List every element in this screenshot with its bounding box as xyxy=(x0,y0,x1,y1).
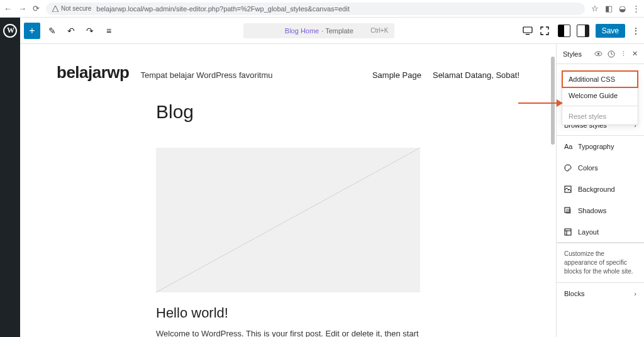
edit-tool-icon[interactable]: ✎ xyxy=(45,26,59,36)
annotation-arrow xyxy=(518,102,562,104)
close-sidebar-icon[interactable]: ✕ xyxy=(632,50,638,58)
post-excerpt[interactable]: Welcome to WordPress. This is your first… xyxy=(156,329,420,337)
dropdown-divider xyxy=(562,106,638,106)
site-tagline[interactable]: Tempat belajar WordPress favoritmu xyxy=(140,70,272,80)
editor-canvas[interactable]: belajarwp Tempat belajar WordPress favor… xyxy=(20,44,556,337)
settings-panel-icon[interactable] xyxy=(577,25,589,37)
sidebar-header: Styles ⋮ ✕ xyxy=(557,44,644,64)
profile-icon[interactable]: ◒ xyxy=(619,4,626,13)
styles-more-dropdown: Additional CSS Welcome Guide Reset style… xyxy=(562,70,638,125)
editor-topbar: + ✎ ↶ ↷ ≡ Blog Home · Template Ctrl+K Sa… xyxy=(20,18,644,44)
desktop-view-icon[interactable] xyxy=(523,26,534,35)
eye-icon[interactable] xyxy=(594,50,602,58)
back-icon[interactable]: ← xyxy=(4,4,12,13)
menu-welcome-guide[interactable]: Welcome Guide xyxy=(562,87,638,104)
sidebar-note: Customize the appearance of specific blo… xyxy=(557,243,644,283)
not-secure-icon: Not secure xyxy=(52,5,91,12)
menu-reset-styles[interactable]: Reset styles xyxy=(562,108,638,124)
svg-rect-1 xyxy=(523,27,532,33)
chrome-right-icons: ◧ ◒ ⋮ xyxy=(605,4,640,13)
svg-rect-2 xyxy=(526,34,530,35)
colors-label: Colors xyxy=(578,164,598,172)
typography-row[interactable]: Aa Typography xyxy=(557,136,644,157)
add-block-button[interactable]: + xyxy=(24,23,40,39)
featured-image-placeholder[interactable] xyxy=(156,148,420,292)
svg-rect-9 xyxy=(565,229,571,235)
browser-address-bar: ← → ⟳ Not secure ☆ ◧ ◒ ⋮ xyxy=(0,0,644,18)
redo-icon[interactable]: ↷ xyxy=(83,26,97,36)
list-view-icon[interactable]: ≡ xyxy=(102,26,116,36)
url-input[interactable] xyxy=(96,5,579,13)
layout-icon xyxy=(564,228,573,236)
background-icon xyxy=(564,185,573,193)
nav-link-sample[interactable]: Sample Page xyxy=(372,70,421,80)
topbar-more-icon[interactable]: ⋮ xyxy=(631,26,640,36)
chevron-right-icon: › xyxy=(634,290,636,297)
forward-icon[interactable]: → xyxy=(18,4,26,13)
svg-rect-8 xyxy=(566,209,571,214)
blocks-label: Blocks xyxy=(564,290,584,297)
layout-label: Layout xyxy=(578,228,599,236)
colors-icon xyxy=(564,164,573,172)
sidebar-title: Styles xyxy=(563,50,589,58)
chrome-menu-icon[interactable]: ⋮ xyxy=(632,4,640,13)
blog-heading[interactable]: Blog xyxy=(156,101,420,123)
typography-icon: Aa xyxy=(564,143,573,150)
background-row[interactable]: Background xyxy=(557,179,644,200)
extension-icon[interactable]: ◧ xyxy=(605,4,613,13)
shadows-label: Shadows xyxy=(578,207,606,214)
command-shortcut: Ctrl+K xyxy=(370,27,388,34)
reload-icon[interactable]: ⟳ xyxy=(33,4,40,13)
document-title-pill[interactable]: Blog Home · Template Ctrl+K xyxy=(243,23,394,38)
sidebar-more-icon[interactable]: ⋮ xyxy=(620,50,627,58)
wordpress-logo-icon[interactable] xyxy=(3,24,17,38)
undo-icon[interactable]: ↶ xyxy=(64,26,78,36)
bookmark-icon[interactable]: ☆ xyxy=(591,4,599,13)
revisions-icon[interactable] xyxy=(608,50,615,58)
site-title[interactable]: belajarwp xyxy=(57,63,129,82)
doc-suffix-label: · Template xyxy=(321,27,353,35)
site-header: belajarwp Tempat belajar WordPress favor… xyxy=(52,63,525,82)
post-title[interactable]: Hello world! xyxy=(156,305,420,321)
site-nav: Sample Page Selamat Datang, Sobat! xyxy=(372,70,519,80)
address-input-wrap[interactable]: Not secure xyxy=(46,3,585,15)
canvas-scrollbar-thumb[interactable] xyxy=(551,57,555,145)
doc-title-label: Blog Home xyxy=(285,27,319,35)
styles-toggle-icon[interactable] xyxy=(558,25,570,37)
not-secure-label: Not secure xyxy=(61,5,91,12)
blocks-row[interactable]: Blocks › xyxy=(557,283,644,304)
svg-marker-0 xyxy=(52,6,58,12)
shadows-row[interactable]: Shadows xyxy=(557,200,644,221)
menu-additional-css[interactable]: Additional CSS xyxy=(562,71,638,87)
shadows-icon xyxy=(564,207,573,214)
typography-label: Typography xyxy=(578,143,614,150)
wp-rail xyxy=(0,18,20,337)
styles-sidebar: Styles ⋮ ✕ Additional CSS Welcome Guide xyxy=(556,44,644,337)
svg-point-4 xyxy=(597,53,599,55)
background-label: Background xyxy=(578,185,615,193)
save-button[interactable]: Save xyxy=(596,24,625,38)
colors-row[interactable]: Colors xyxy=(557,157,644,179)
fullscreen-icon[interactable] xyxy=(540,26,552,35)
nav-link-welcome[interactable]: Selamat Datang, Sobat! xyxy=(433,70,519,80)
layout-row[interactable]: Layout xyxy=(557,221,644,243)
